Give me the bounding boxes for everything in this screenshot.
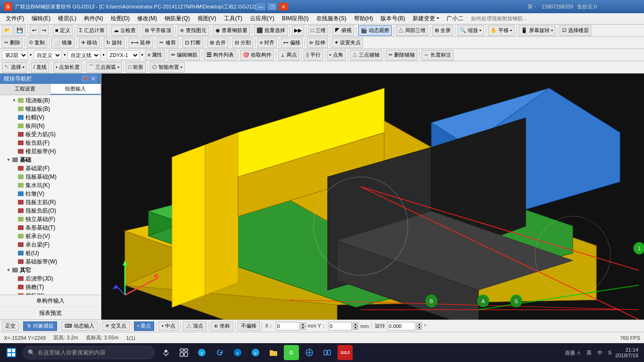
tree-item-stripfound[interactable]: 条形基础(T) [0, 223, 101, 232]
def1-select[interactable]: 自定义 [33, 50, 62, 60]
tree-item-overhang[interactable]: 挑檐(T) [0, 283, 101, 291]
start-btn[interactable] [2, 343, 21, 362]
menu-component[interactable]: 构件(N) [80, 14, 107, 24]
minimize-btn[interactable]: — [256, 3, 265, 10]
menu-help[interactable]: 帮助(H) [350, 14, 377, 24]
tree-item-raftload[interactable]: 筏板负筋(O) [0, 206, 101, 215]
taskbar-ggj-icon[interactable]: GGJ [338, 345, 353, 360]
offset-btn[interactable]: ⊷ 偏移 [281, 38, 303, 48]
menu-view[interactable]: 视图(V) [194, 14, 220, 24]
taskbar-search[interactable]: 🔍 在这里输入你要搜索的内容 [23, 346, 155, 359]
fullscreen-btn[interactable]: ⊞ 全屏 [432, 25, 453, 36]
redo-btn[interactable]: ↪ [40, 25, 49, 36]
tree-item-posttension[interactable]: 后浇带(JD) [0, 274, 101, 283]
tree-item-raftmat[interactable]: 筏板基础(M) [0, 173, 101, 181]
pick-comp-btn[interactable]: 🎯 拾取构件 [240, 50, 274, 60]
extend-btn[interactable]: ⟷ 延伸 [129, 38, 153, 48]
3d-btn[interactable]: □ 三维 [308, 25, 328, 36]
rotate-input[interactable] [387, 322, 415, 330]
tree-item-rebar2[interactable]: 板负筋(F) [0, 139, 101, 147]
restore-btn[interactable]: ❐ [267, 3, 277, 10]
move-btn[interactable]: ✛ 移动 [79, 38, 99, 48]
line-btn[interactable]: / 直线 [31, 62, 49, 73]
taskbar-ie2-icon[interactable]: e [248, 345, 263, 360]
single-comp-input-btn[interactable]: 单构件输入 [0, 295, 101, 307]
break-btn[interactable]: ⊡ 打断 [182, 38, 203, 48]
three-pt-axis-btn[interactable]: △ 三点辅轴 [350, 50, 382, 60]
view-rebar-btn[interactable]: ◉ 查看钢筋量 [213, 25, 250, 36]
tree-item-found[interactable]: ▼基础 [0, 156, 101, 164]
menu-bim[interactable]: BIM应用(I) [278, 14, 313, 24]
tree-item-parapet[interactable]: 栏板(K) [0, 291, 101, 295]
mirror-btn[interactable]: ⬜ 镜像 [51, 38, 74, 48]
tree-item-other[interactable]: ▼其它 [0, 266, 101, 274]
edit-rebar-btn[interactable]: ✏ 编辑钢筋 [169, 50, 200, 60]
menu-edit[interactable]: 编辑(E) [28, 14, 54, 24]
y-up-btn[interactable]: ▲ [353, 322, 358, 326]
find-btn[interactable]: ⊕ 查找图元 [178, 25, 209, 36]
top-btn[interactable]: △ 顶点 [183, 321, 206, 331]
tree-item-slab2[interactable]: 螺旋板(B) [0, 105, 101, 113]
open-btn[interactable]: 📂 [2, 25, 13, 36]
tree-item-pcol[interactable]: 柱墩(V) [0, 189, 101, 198]
coord-btn[interactable]: ⊕ 坐标 [211, 321, 233, 331]
align-top-btn[interactable]: ⊞ 平齐板顶 [142, 25, 173, 36]
local-3d-btn[interactable]: △ 局部三维 [396, 25, 428, 36]
tree-item-band[interactable]: 楼层板带(H) [0, 147, 101, 156]
taskbar-mic-icon[interactable] [158, 345, 173, 360]
tree-item-raftrebar[interactable]: 筏板主筋(R) [0, 198, 101, 206]
zoom-btn[interactable]: 🔍 缩放 • [457, 25, 484, 36]
tree-item-platform[interactable]: 桩承台(V) [0, 232, 101, 240]
set-grip-btn[interactable]: ✦ 设置夹点 [332, 38, 363, 48]
intersect-btn[interactable]: ✕ 交叉点 [102, 321, 130, 331]
stretch-btn[interactable]: ⊳ 拉伸 [307, 38, 328, 48]
menu-floor[interactable]: 楼层(L) [54, 14, 80, 24]
menu-online[interactable]: 在线服务(S) [313, 14, 350, 24]
rotate-down-btn[interactable]: ▼ [416, 326, 422, 330]
select-btn[interactable]: ↖ 选择 • [2, 62, 27, 73]
taskbar-connect-icon[interactable] [320, 345, 335, 360]
taskbar-refresh-icon[interactable] [212, 345, 227, 360]
menu-cloud[interactable]: 云应用(Y) [246, 14, 278, 24]
menu-new-change[interactable]: 新建变更 • [409, 14, 443, 24]
x-input[interactable] [276, 322, 299, 330]
two-pt-btn[interactable]: ⊥ 两点 [278, 50, 299, 60]
menu-draw[interactable]: 绘图(D) [107, 14, 134, 24]
smart-place-btn[interactable]: ⬡ 智能布置 • [150, 62, 185, 73]
merge-btn[interactable]: ⊞ 合并 [207, 38, 228, 48]
tree-item-pit[interactable]: 集水坑(K) [0, 181, 101, 189]
arc-btn[interactable]: ⌒ 三点画弧 • [86, 62, 122, 73]
tree-item-col-top[interactable]: 柱帽(V) [0, 113, 101, 122]
x-down-btn[interactable]: ▼ [300, 326, 306, 330]
orbit-btn[interactable]: 🎬 动态观察 [358, 25, 392, 36]
floor-select[interactable]: 第2层 第1层 第3层 [2, 50, 28, 60]
tree-item-rebar[interactable]: 板受力筋(S) [0, 130, 101, 139]
pt-length-btn[interactable]: • 点加长度 [53, 62, 82, 73]
tree-item-slab[interactable]: ▼现浇板(B) [0, 96, 101, 105]
tree-item-pile[interactable]: 桩(U) [0, 249, 101, 257]
tree-item-fband[interactable]: 基础板带(W) [0, 257, 101, 266]
batch-select-btn[interactable]: ⬛ 批量选择 [254, 25, 288, 36]
comp-list-btn[interactable]: ☰ 构件列表 [204, 50, 236, 60]
align-btn[interactable]: ≡ 对齐 [257, 38, 277, 48]
tab-draw-input[interactable]: 绘图输入 [50, 84, 101, 95]
select-floor-btn[interactable]: ☑ 选择楼层 [560, 25, 591, 36]
tree-item-capbeam[interactable]: 承台梁(F) [0, 240, 101, 249]
cloud-check-btn[interactable]: ☁ 云检查 [111, 25, 138, 36]
rect-btn[interactable]: □ 矩形 [126, 62, 146, 73]
menu-tools[interactable]: 工具(T) [220, 14, 246, 24]
no-offset-btn[interactable]: 不偏移 [238, 321, 260, 331]
zdyx-select[interactable]: ZDYX-1 [107, 50, 140, 60]
delete-btn[interactable]: ✂ 删除 [2, 38, 23, 48]
tab-project-settings[interactable]: 工程设置 [0, 84, 50, 95]
pan-btn[interactable]: ✋ 平移 • [488, 25, 514, 36]
define-btn[interactable]: ■ 定义 [53, 25, 73, 36]
prop-btn[interactable]: ≡ 属性 [145, 50, 165, 60]
menu-modify[interactable]: 修改(M) [133, 14, 161, 24]
sidebar-pin-btn[interactable]: 📌 [81, 75, 89, 82]
sidebar-close-btn[interactable]: ✕ [90, 75, 97, 82]
rotate-up-btn[interactable]: ▲ [416, 322, 422, 326]
taskbar-ie-icon[interactable]: e [194, 345, 209, 360]
ortho-btn[interactable]: 正交 [2, 321, 19, 331]
mid-btn[interactable]: • 中点 [158, 321, 179, 331]
